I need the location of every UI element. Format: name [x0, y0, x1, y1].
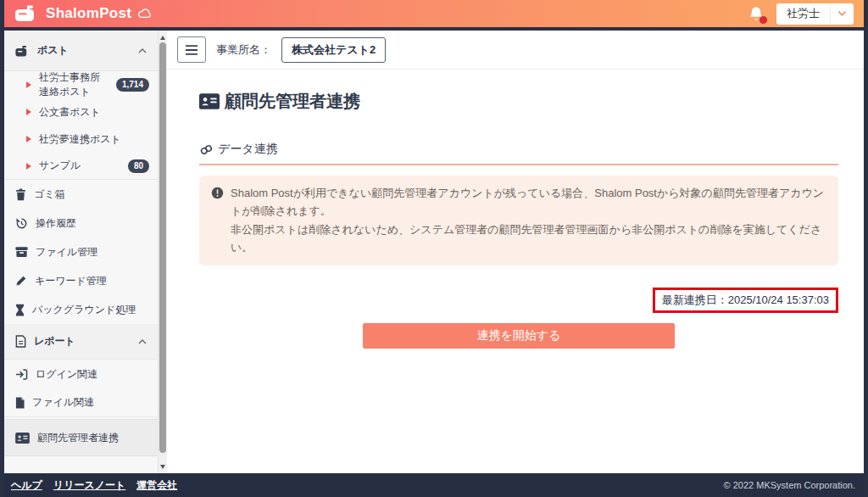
id-card-icon — [199, 93, 220, 109]
triangle-bullet-icon — [26, 163, 31, 170]
login-arrow-icon — [15, 369, 28, 380]
scrollbar-up-arrow[interactable] — [159, 32, 167, 42]
user-name: 社労士 — [776, 6, 830, 21]
sidebar-item-label: ファイル管理 — [36, 245, 97, 260]
section-title-text: データ連携 — [218, 142, 278, 157]
report-document-icon — [15, 335, 26, 348]
header-right: 社労士 — [748, 3, 854, 25]
footer-links: ヘルプ リリースノート 運営会社 — [11, 478, 177, 493]
sidebar-item-label: 社労士事務所連絡ポスト — [39, 70, 108, 99]
notification-dot — [760, 16, 767, 24]
info-icon — [211, 187, 224, 257]
content-topbar: 事業所名： 株式会社テスト2 — [167, 31, 864, 70]
start-link-button[interactable]: 連携を開始する — [363, 323, 675, 349]
sidebar-item-history[interactable]: 操作履歴 — [4, 209, 158, 237]
history-icon — [15, 217, 28, 230]
sidebar-item-sharoushi-office-posts[interactable]: 社労士事務所連絡ポスト 1,714 — [4, 71, 158, 98]
user-menu[interactable]: 社労士 — [776, 3, 854, 25]
sidebar: ポスト 社労士事務所連絡ポスト 1,714 公文書ポスト 社労夢連携ポスト — [4, 31, 167, 473]
sidebar-item-login-related[interactable]: ログイン関連 — [4, 360, 158, 388]
help-link[interactable]: ヘルプ — [11, 478, 42, 493]
chevron-up-icon — [138, 48, 147, 53]
id-card-icon — [15, 433, 30, 444]
notice-text: Shalom Postが利用できない顧問先管理者アカウントが残っている場合、Sh… — [231, 184, 826, 257]
triangle-bullet-icon — [26, 109, 31, 115]
sidebar-item-sample[interactable]: サンプル 80 — [4, 153, 158, 180]
mailbox-logo-icon — [14, 3, 40, 24]
sidebar-group-label: ポスト — [37, 43, 69, 58]
sidebar-items: ポスト 社労士事務所連絡ポスト 1,714 公文書ポスト 社労夢連携ポスト — [4, 31, 158, 473]
menu-toggle-button[interactable] — [177, 36, 206, 63]
sidebar-item-file-management[interactable]: ファイル管理 — [4, 237, 158, 266]
sidebar-item-label: ゴミ箱 — [34, 187, 65, 202]
archive-box-icon — [15, 246, 28, 258]
sidebar-item-advisor-admin-link[interactable]: 顧問先管理者連携 — [4, 419, 158, 456]
chevron-up-icon — [138, 339, 147, 344]
cloud-icon — [137, 8, 152, 19]
count-badge: 1,714 — [116, 78, 149, 92]
page-title: 顧問先管理者連携 — [199, 90, 838, 113]
app-window: ShalomPost 社労士 — [0, 0, 868, 497]
sidebar-item-background-processing[interactable]: バックグラウンド処理 — [4, 295, 158, 324]
sidebar-item-label: 公文書ポスト — [39, 105, 101, 120]
sidebar-item-label: サンプル — [39, 159, 81, 173]
logo-text: ShalomPost — [46, 5, 131, 22]
chevron-down-icon[interactable] — [830, 3, 854, 25]
notice-banner: Shalom Postが利用できない顧問先管理者アカウントが残っている場合、Sh… — [199, 176, 838, 265]
triangle-bullet-icon — [26, 136, 31, 142]
notice-line: 非公開ポストは削除されないため、システム管理者の顧問先管理者管理画面から非公開ポ… — [231, 221, 826, 257]
sidebar-item-trash[interactable]: ゴミ箱 — [4, 180, 158, 209]
link-chain-icon — [199, 142, 214, 157]
sidebar-item-sharoumu-link-post[interactable]: 社労夢連携ポスト — [4, 126, 158, 153]
office-name-label: 事業所名： — [216, 42, 271, 58]
sidebar-item-label: 操作履歴 — [36, 216, 76, 231]
release-notes-link[interactable]: リリースノート — [53, 478, 125, 493]
sidebar-item-label: ログイン関連 — [36, 367, 97, 382]
file-icon — [15, 397, 25, 409]
app-footer: ヘルプ リリースノート 運営会社 © 2022 MKSystem Corpora… — [4, 473, 864, 497]
office-name-value: 株式会社テスト2 — [281, 37, 386, 63]
sidebar-scrollbar[interactable] — [158, 31, 167, 473]
main-content: 事業所名： 株式会社テスト2 顧問先管理者連携 — [167, 31, 864, 473]
pen-icon — [15, 275, 27, 287]
page-title-text: 顧問先管理者連携 — [225, 90, 360, 113]
last-sync-row: 最新連携日：2025/10/24 15:37:03 — [199, 288, 838, 313]
sidebar-item-label: バックグラウンド処理 — [32, 303, 136, 317]
last-sync-date: 最新連携日：2025/10/24 15:37:03 — [653, 288, 838, 313]
count-badge: 80 — [128, 159, 149, 173]
notification-bell-icon[interactable] — [748, 6, 764, 22]
notice-line: Shalom Postが利用できない顧問先管理者アカウントが残っている場合、Sh… — [231, 184, 826, 221]
start-link-row: 連携を開始する — [199, 323, 838, 349]
sidebar-group-posts[interactable]: ポスト — [4, 31, 158, 71]
hamburger-icon — [185, 44, 198, 56]
app-header: ShalomPost 社労士 — [4, 0, 864, 31]
sidebar-item-label: ファイル関連 — [32, 395, 94, 410]
body-row: ポスト 社労士事務所連絡ポスト 1,714 公文書ポスト 社労夢連携ポスト — [4, 31, 864, 473]
sidebar-item-label: 社労夢連携ポスト — [39, 132, 121, 147]
sidebar-item-file-related[interactable]: ファイル関連 — [4, 388, 158, 417]
scrollbar-thumb[interactable] — [159, 42, 166, 453]
sidebar-group-report[interactable]: レポート — [4, 324, 158, 360]
sidebar-group-label: レポート — [34, 334, 75, 349]
sidebar-item-label: キーワード管理 — [35, 274, 107, 288]
triangle-bullet-icon — [26, 81, 31, 88]
mailbox-icon — [15, 45, 30, 57]
sidebar-item-keyword-management[interactable]: キーワード管理 — [4, 266, 158, 295]
trash-icon — [15, 188, 26, 201]
sidebar-item-official-doc-post[interactable]: 公文書ポスト — [4, 98, 158, 126]
scrollbar-down-arrow[interactable] — [159, 461, 167, 472]
sidebar-item-label: 顧問先管理者連携 — [37, 431, 119, 445]
data-link-section-header: データ連携 — [199, 142, 838, 165]
content-inner: 顧問先管理者連携 データ連携 — [167, 70, 864, 349]
copyright-text: © 2022 MKSystem Corporation. — [724, 480, 855, 490]
hourglass-icon — [15, 304, 25, 316]
logo: ShalomPost — [14, 3, 152, 24]
operating-company-link[interactable]: 運営会社 — [136, 478, 177, 493]
